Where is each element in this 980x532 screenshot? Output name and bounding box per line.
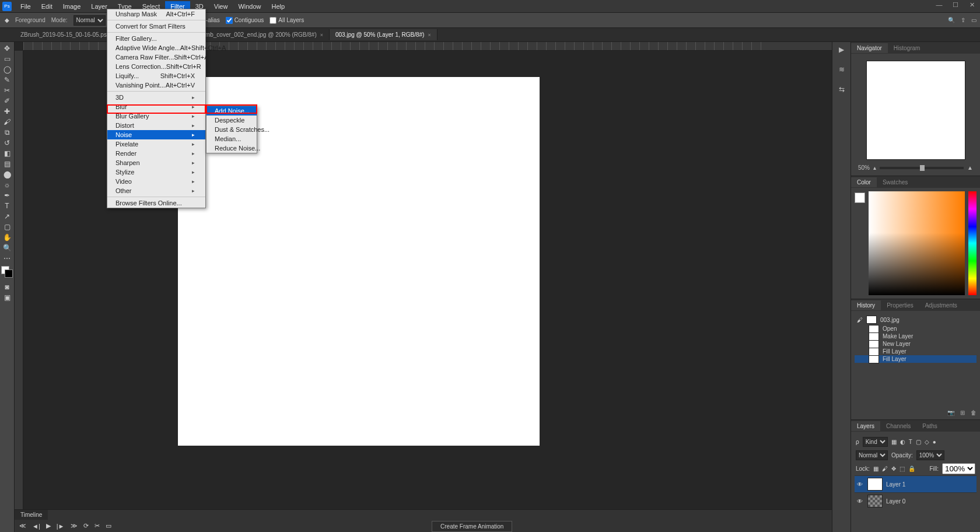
swatches-tab[interactable]: Swatches — [877, 177, 914, 187]
history-state[interactable]: Fill Layer — [855, 348, 977, 355]
zoom-out-icon[interactable]: ▴ — [873, 164, 876, 171]
properties-tab[interactable]: Properties — [881, 300, 919, 310]
edit-toolbar[interactable]: ⋯ — [1, 253, 13, 263]
workspace-icon[interactable]: ▭ — [971, 17, 977, 23]
blur-tool[interactable]: ⬤ — [1, 169, 13, 179]
adjustments-tab[interactable]: Adjustments — [919, 300, 963, 310]
brush-tool[interactable]: 🖌 — [1, 117, 13, 127]
document-tab[interactable]: Thumb_cover_002_end.jpg @ 200% (RGB/8#)× — [190, 29, 330, 40]
loop-icon[interactable]: ⟳ — [83, 522, 89, 530]
filter-stylize[interactable]: Stylize — [107, 167, 205, 177]
noise-despeckle[interactable]: Despeckle — [206, 116, 257, 125]
filter-browse-online[interactable]: Browse Filters Online... — [107, 198, 205, 208]
lock-nest-icon[interactable]: ⬚ — [900, 466, 905, 472]
quickselect-tool[interactable]: ✎ — [1, 75, 13, 85]
color-swatches[interactable] — [1, 266, 13, 278]
history-state[interactable]: Open — [855, 325, 977, 332]
move-tool[interactable]: ✥ — [1, 43, 13, 53]
noise-median-[interactable]: Median... — [206, 134, 257, 144]
filter-adjust-icon[interactable]: ◐ — [900, 439, 905, 445]
layer-kind-select[interactable]: Kind — [863, 437, 888, 447]
filter-last[interactable]: Unsharp MaskAlt+Ctrl+F — [107, 9, 205, 19]
last-frame-icon[interactable]: ≫ — [71, 522, 78, 530]
lock-all-icon[interactable]: 🔒 — [908, 466, 915, 472]
zoom-slider[interactable] — [880, 167, 964, 169]
new-state-icon[interactable]: ⊞ — [960, 410, 965, 416]
crop-tool[interactable]: ✂ — [1, 85, 13, 95]
eyedropper-tool[interactable]: ✐ — [1, 96, 13, 106]
layer-row[interactable]: 👁Layer 1 — [855, 475, 977, 492]
lock-pos-icon[interactable]: ✥ — [891, 466, 896, 472]
filter-blur[interactable]: Blur — [107, 102, 205, 111]
layers-tab[interactable]: Layers — [851, 421, 880, 431]
history-root[interactable]: 🖌 003.jpg — [855, 314, 977, 325]
close-tab-icon[interactable]: × — [320, 32, 323, 38]
noise-add-noise-[interactable]: Add Noise... — [206, 106, 257, 116]
color-field[interactable] — [869, 191, 965, 295]
lock-paint-icon[interactable]: 🖌 — [882, 466, 888, 472]
maximize-button[interactable]: ☐ — [949, 1, 963, 10]
filter-3d[interactable]: 3D — [107, 93, 205, 102]
filter-item[interactable]: Filter Gallery... — [107, 34, 205, 43]
histogram-tab[interactable]: Histogram — [888, 43, 926, 53]
channels-tab[interactable]: Channels — [880, 421, 916, 431]
fill-select[interactable]: 100% — [942, 463, 975, 474]
hand-tool[interactable]: ✋ — [1, 232, 13, 242]
mode-select[interactable]: Normal — [74, 15, 106, 26]
navigator-tab[interactable]: Navigator — [851, 43, 888, 53]
filter-item[interactable]: Lens Correction...Shift+Ctrl+R — [107, 62, 205, 71]
cut-icon[interactable]: ✂ — [94, 522, 100, 530]
delete-state-icon[interactable]: 🗑 — [971, 410, 977, 416]
filter-video[interactable]: Video — [107, 177, 205, 186]
alllayers-checkbox[interactable]: All Layers — [270, 17, 304, 24]
history-tab[interactable]: History — [851, 300, 881, 310]
blend-mode-select[interactable]: Normal — [856, 450, 888, 460]
first-frame-icon[interactable]: ≪ — [19, 522, 26, 530]
eraser-tool[interactable]: ◧ — [1, 148, 13, 158]
search-icon[interactable]: 🔍 — [948, 17, 955, 23]
filter-type-icon[interactable]: T — [909, 439, 912, 445]
spot-heal-tool[interactable]: ✚ — [1, 106, 13, 116]
filter-item[interactable]: Adaptive Wide Angle...Alt+Shift+Ctrl+A — [107, 43, 205, 52]
shape-tool[interactable]: ▢ — [1, 222, 13, 232]
close-button[interactable]: ✕ — [965, 1, 979, 10]
timeline-tab[interactable]: Timeline — [15, 510, 48, 520]
filter-pixel-icon[interactable]: ▦ — [891, 439, 897, 445]
zoom-in-icon[interactable]: ▲ — [967, 164, 973, 171]
menu-help[interactable]: Help — [267, 1, 290, 12]
prev-frame-icon[interactable]: ◄| — [32, 523, 40, 530]
menu-file[interactable]: File — [15, 1, 36, 12]
options-icon[interactable]: ⇆ — [839, 85, 845, 93]
visibility-icon[interactable]: 👁 — [856, 481, 864, 488]
type-tool[interactable]: T — [1, 201, 13, 211]
screenmode-tool[interactable]: ▣ — [1, 292, 13, 302]
filter-convert-smart[interactable]: Convert for Smart Filters — [107, 22, 205, 31]
filter-toggle[interactable]: ● — [933, 439, 936, 445]
history-brush-tool[interactable]: ↺ — [1, 138, 13, 148]
contiguous-checkbox[interactable]: Contiguous — [226, 17, 264, 24]
close-tab-icon[interactable]: × — [428, 32, 430, 38]
options-icon[interactable]: ▭ — [106, 522, 111, 530]
filter-sharpen[interactable]: Sharpen — [107, 158, 205, 167]
history-state[interactable]: Make Layer — [855, 332, 977, 340]
snapshot-icon[interactable]: 📷 — [947, 410, 954, 416]
play-icon[interactable]: ▶ — [839, 46, 844, 54]
filter-blur-gallery[interactable]: Blur Gallery — [107, 111, 205, 121]
minimize-button[interactable]: — — [932, 1, 946, 10]
marquee-tool[interactable]: ▭ — [1, 54, 13, 64]
dodge-tool[interactable]: ☼ — [1, 180, 13, 190]
paths-tab[interactable]: Paths — [916, 421, 943, 431]
menu-window[interactable]: Window — [233, 1, 266, 12]
quickmask-tool[interactable]: ◙ — [1, 282, 13, 292]
filter-item[interactable]: Liquify...Shift+Ctrl+X — [107, 71, 205, 80]
visibility-icon[interactable]: 👁 — [856, 498, 864, 505]
pen-tool[interactable]: ✒ — [1, 190, 13, 200]
filter-other[interactable]: Other — [107, 186, 205, 195]
brush-settings-icon[interactable]: ≋ — [839, 65, 845, 74]
menu-edit[interactable]: Edit — [36, 1, 58, 12]
menu-image[interactable]: Image — [58, 1, 86, 12]
filter-noise[interactable]: Noise — [107, 130, 205, 139]
noise-reduce-noise-[interactable]: Reduce Noise... — [206, 144, 257, 153]
color-tab[interactable]: Color — [851, 177, 877, 187]
clone-tool[interactable]: ⧉ — [1, 127, 13, 137]
